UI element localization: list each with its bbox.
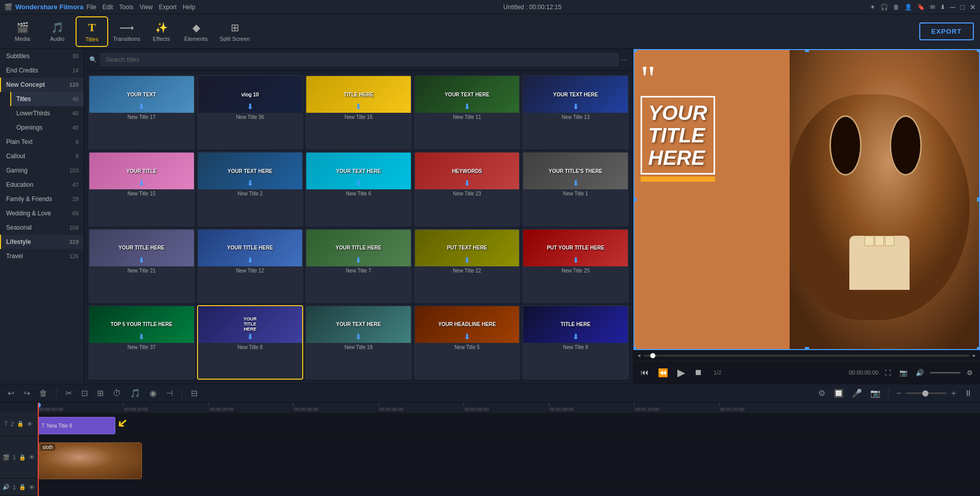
download-icon-9[interactable]: ⬇ (573, 333, 579, 341)
tile-new-title-13[interactable]: YOUR TEXT HERE ⬇ New Title 13 (522, 75, 629, 150)
zoom-out-button[interactable]: − (894, 387, 903, 400)
sidebar-item-family-friends[interactable]: Family & Friends 29 (0, 192, 84, 206)
split-button[interactable]: ⊣ (163, 387, 176, 400)
download-icon-13[interactable]: ⬇ (573, 103, 579, 111)
menu-export[interactable]: Export (159, 4, 177, 11)
sidebar-item-travel[interactable]: Travel 126 (0, 249, 84, 263)
export-button[interactable]: EXPORT (919, 22, 974, 40)
tile-new-title-36[interactable]: vlog 10 ⬇ New Title 36 (197, 75, 304, 150)
volume-button[interactable]: 🔊 (914, 367, 926, 379)
download-icon-12[interactable]: ⬇ (247, 256, 253, 264)
sidebar-category-lifestyle[interactable]: Lifestyle 319 (0, 235, 84, 249)
speed-button[interactable]: ⏱ (110, 387, 124, 400)
tile-new-title-15[interactable]: YOUR TITLE ⬇ New Title 15 (88, 152, 195, 226)
lock-icon-title[interactable]: 🔒 (17, 420, 24, 427)
grid-view-toggle[interactable]: ⋯ (622, 56, 628, 63)
close-button[interactable]: ✕ (970, 3, 976, 11)
tile-new-title-5[interactable]: YOUR HEADLINE HERE ⬇ New Title 5 (414, 305, 521, 380)
magnet-button[interactable]: 🔲 (831, 387, 846, 400)
tile-new-title-23[interactable]: HEYWORDS ⬇ New Title 23 (414, 152, 521, 226)
lock-icon-audio[interactable]: 🔒 (19, 484, 26, 490)
tile-new-title-25[interactable]: PUT YOUR TITLE HERE ⬇ New Title 25 (522, 229, 629, 303)
tile-new-title-17[interactable]: YOUR TEXT ⬇ New Title 17 (88, 75, 195, 150)
sidebar-item-openings[interactable]: Openings 40 (10, 120, 84, 135)
sidebar-item-plain-text[interactable]: Plain Text 8 (0, 135, 84, 149)
cut-button[interactable]: ✂ (63, 387, 75, 400)
download-icon-16[interactable]: ⬇ (355, 103, 361, 111)
tile-new-title-8[interactable]: YOURTITLEHERE ⬇ New Title 8 (197, 305, 304, 380)
menu-tools[interactable]: Tools (119, 4, 133, 11)
tile-new-title-21[interactable]: YOUR TITLE HERE ⬇ New Title 21 (88, 229, 195, 303)
tool-effects[interactable]: ✨ Effects (145, 16, 178, 47)
tile-new-title-1[interactable]: YOUR TITLE'S THERE ⬇ New Title 1 (522, 152, 629, 226)
sidebar-item-callout[interactable]: Callout 9 (0, 149, 84, 163)
tool-titles[interactable]: T Titles (76, 16, 108, 47)
eye-icon-title[interactable]: 👁 (27, 421, 33, 427)
tile-new-title-37[interactable]: TOP 5 YOUR TITLE HERE ⬇ New Title 37 (88, 305, 195, 380)
tile-new-title-12[interactable]: YOUR TITLE HERE ⬇ New Title 12 (197, 229, 304, 303)
playhead[interactable] (38, 403, 39, 412)
sidebar-item-education[interactable]: Education 47 (0, 178, 84, 192)
video-clip[interactable]: sloth (38, 442, 142, 479)
download-icon-25[interactable]: ⬇ (573, 256, 579, 264)
download-icon-17[interactable]: ⬇ (138, 103, 144, 111)
fullscreen-button[interactable]: ⛶ (883, 367, 893, 379)
tool-elements[interactable]: ◆ Elements (180, 16, 212, 47)
zoom-in-button[interactable]: + (949, 387, 959, 400)
sidebar-item-seasonal[interactable]: Seasonal 104 (0, 220, 84, 235)
tool-media[interactable]: 🎬 Media (6, 16, 39, 47)
download-icon-36[interactable]: ⬇ (247, 103, 253, 111)
zoom-slider[interactable] (906, 392, 947, 394)
sidebar-item-wedding-love[interactable]: Wedding & Love 69 (0, 206, 84, 220)
audio-button[interactable]: 🎵 (128, 387, 143, 400)
volume-slider[interactable] (930, 372, 961, 374)
download-icon-18[interactable]: ⬇ (355, 333, 361, 341)
play-button[interactable]: ▶ (675, 364, 687, 381)
menu-view[interactable]: View (139, 4, 153, 11)
lock-icon-video[interactable]: 🔒 (19, 454, 26, 461)
eye-icon-video[interactable]: 👁 (29, 454, 35, 460)
download-icon-37[interactable]: ⬇ (138, 333, 144, 341)
multi-select-button[interactable]: ⊟ (188, 387, 200, 400)
tile-new-title-2[interactable]: YOUR TEXT HERE ⬇ New Title 2 (197, 152, 304, 226)
color-button[interactable]: ◉ (147, 387, 159, 400)
stop-button[interactable]: ⏹ (692, 366, 704, 379)
settings-button[interactable]: ⚙ (965, 367, 975, 379)
download-icon-11[interactable]: ⬇ (464, 103, 470, 111)
tile-new-title-16[interactable]: TITLE HERE ⬇ New Title 16 (305, 75, 412, 150)
download-icon-2[interactable]: ⬇ (247, 179, 253, 187)
menu-edit[interactable]: Edit (103, 4, 113, 11)
download-icon-5[interactable]: ⬇ (464, 333, 470, 341)
download-icon-1[interactable]: ⬇ (573, 179, 579, 187)
menu-help[interactable]: Help (183, 4, 195, 11)
sidebar-item-end-credits[interactable]: End Credits 14 (0, 63, 84, 78)
maximize-button[interactable]: □ (961, 3, 965, 11)
title-clip[interactable]: T New Title 8 (38, 417, 115, 434)
search-input[interactable] (100, 53, 619, 66)
minimize-button[interactable]: ─ (950, 3, 955, 11)
download-icon-22[interactable]: ⬇ (464, 256, 470, 264)
camera-button[interactable]: 📷 (868, 387, 883, 400)
snapshot-button[interactable]: 📷 (897, 367, 910, 379)
tile-new-title-9[interactable]: TITLE HERE ⬇ New Title 9 (522, 305, 629, 380)
download-icon-7[interactable]: ⬇ (355, 256, 361, 264)
skip-back-button[interactable]: ⏮ (639, 366, 651, 379)
download-icon-21[interactable]: ⬇ (138, 256, 144, 264)
sidebar-item-subtitles[interactable]: Subtitles 30 (0, 49, 84, 63)
undo-button[interactable]: ↩ (5, 387, 17, 400)
sidebar-category-new-concept[interactable]: New Concept 120 (0, 78, 84, 92)
transform-button[interactable]: ⊞ (94, 387, 106, 400)
menu-file[interactable]: File (86, 4, 96, 11)
crop-button[interactable]: ⊡ (79, 387, 90, 400)
delete-button[interactable]: 🗑 (37, 387, 50, 400)
tile-new-title-18[interactable]: YOUR TEXT HERE ⬇ New Title 18 (305, 305, 412, 380)
download-icon-6[interactable]: ⬇ (355, 179, 361, 187)
redo-button[interactable]: ↪ (21, 387, 33, 400)
sidebar-item-gaming[interactable]: Gaming 103 (0, 163, 84, 178)
tool-transitions[interactable]: ⟶ Transitions (110, 16, 143, 47)
preview-scrubber[interactable]: ◂ ▸ (633, 350, 980, 361)
scrubber-track[interactable] (644, 355, 970, 357)
tile-new-title-7[interactable]: YOUR TITLE HERE ⬇ New Title 7 (305, 229, 412, 303)
render-button[interactable]: ⚙ (816, 387, 828, 400)
mic-button[interactable]: 🎤 (849, 387, 865, 400)
